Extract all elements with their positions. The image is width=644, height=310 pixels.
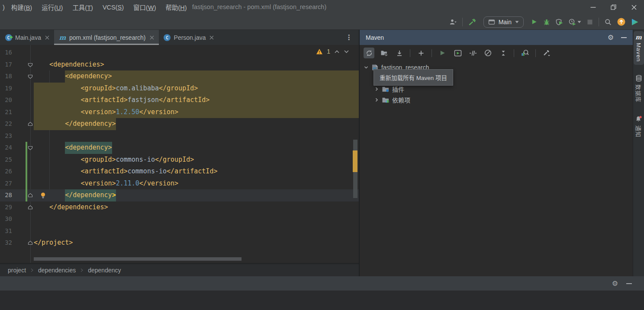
dependency-analyzer-icon[interactable]: [519, 48, 530, 58]
code-line-28[interactable]: 28 </dependency>: [0, 189, 359, 201]
execute-maven-goal-icon[interactable]: [452, 48, 463, 58]
breadcrumb-item-1[interactable]: dependencies: [38, 267, 76, 274]
generate-sources-folders-icon[interactable]: [379, 48, 390, 58]
run-configuration-select[interactable]: Main: [483, 16, 524, 28]
stop-button[interactable]: [587, 19, 593, 25]
inspection-widget[interactable]: 1: [316, 48, 349, 55]
menu-item-0[interactable]: 构建(B): [6, 3, 37, 12]
profiler-icon[interactable]: [569, 19, 581, 26]
fold-region-end-icon[interactable]: [27, 121, 33, 127]
tool-window-button-label: 数据库: [634, 84, 643, 102]
tool-window-button-2[interactable]: 通知: [634, 112, 644, 141]
chevron-right-icon[interactable]: [374, 86, 379, 92]
skip-tests-icon[interactable]: [467, 48, 478, 58]
fold-region-start-icon[interactable]: [27, 74, 33, 80]
gutter: 31: [0, 225, 34, 237]
download-sources-icon[interactable]: [394, 48, 405, 58]
code-line-25[interactable]: 25 <groupId>commons-io</groupId>: [0, 154, 359, 166]
reload-maven-projects-icon[interactable]: [364, 48, 374, 58]
vertical-scrollbar[interactable]: [353, 45, 358, 263]
collapse-all-icon[interactable]: [498, 48, 509, 58]
ide-update-icon[interactable]: [617, 18, 625, 26]
run-button[interactable]: [531, 19, 538, 25]
window-controls: [583, 0, 644, 14]
fold-region-end-icon[interactable]: [27, 205, 33, 211]
fold-region-start-icon[interactable]: [27, 145, 33, 151]
menu-item-5[interactable]: 帮助(H): [161, 3, 191, 12]
editor[interactable]: 1617 <dependencies>18 <dependency>19 <gr…: [0, 45, 359, 263]
intention-bulb-icon[interactable]: [40, 192, 46, 201]
menu-item-2[interactable]: 工具(T): [68, 3, 98, 12]
editor-tab-2[interactable]: CPerson.java: [159, 30, 219, 45]
user-profile-icon[interactable]: [449, 19, 457, 26]
code-line-16[interactable]: 16: [0, 47, 359, 59]
code-line-21[interactable]: 21 <version>1.2.50</version>: [0, 106, 359, 118]
tool-window-button-label: Maven: [635, 43, 642, 62]
maven-settings-wrench-icon[interactable]: [541, 48, 552, 58]
code-line-32[interactable]: 32</project>: [0, 237, 359, 249]
breadcrumbs: projectdependenciesdependency: [0, 263, 359, 276]
editor-tab-1[interactable]: mpom.xml (fastjson_research): [54, 30, 159, 45]
toolbar-separator: [410, 49, 410, 57]
runnable-class-icon: C: [5, 34, 12, 41]
editor-tab-0[interactable]: CMain.java: [0, 30, 54, 45]
fold-region-end-icon[interactable]: [27, 240, 33, 246]
line-number: 31: [0, 225, 12, 237]
hide-maven-panel-icon[interactable]: [621, 37, 627, 38]
tab-options-kebab-icon[interactable]: ⋮: [339, 30, 359, 45]
hide-bottom-panel-icon[interactable]: [626, 283, 632, 284]
code-line-31[interactable]: 31: [0, 225, 359, 237]
code-line-26[interactable]: 26 <artifactId>commons-io</artifactId>: [0, 166, 359, 178]
gutter: 20: [0, 94, 34, 106]
chevron-down-icon[interactable]: [364, 65, 369, 70]
close-tab-icon[interactable]: [45, 35, 49, 40]
bottom-panel-gear-icon[interactable]: ⚙: [612, 280, 618, 287]
horizontal-scrollbar-thumb[interactable]: [34, 257, 242, 261]
toggle-offline-mode-icon[interactable]: [483, 48, 493, 58]
tool-window-button-1[interactable]: 数据库: [634, 72, 644, 105]
build-hammer-icon[interactable]: [468, 18, 476, 26]
code-line-18[interactable]: 18 <dependency>: [0, 70, 359, 83]
next-warning-chevron-down-icon[interactable]: [344, 50, 349, 54]
add-maven-project-icon[interactable]: [415, 48, 426, 58]
line-number: 27: [0, 178, 12, 190]
code-line-17[interactable]: 17 <dependencies>: [0, 59, 359, 71]
code-text: [34, 225, 359, 237]
debug-button[interactable]: [543, 19, 550, 26]
fold-region-start-icon[interactable]: [27, 62, 33, 68]
close-tab-icon[interactable]: [209, 35, 214, 40]
gutter: 32: [0, 237, 34, 249]
chevron-right-icon[interactable]: [374, 97, 379, 102]
close-tab-icon[interactable]: [150, 35, 154, 40]
line-number: 30: [0, 213, 12, 225]
maven-settings-gear-icon[interactable]: ⚙: [608, 34, 614, 41]
run-with-coverage-icon[interactable]: [556, 19, 563, 26]
menu-item-3[interactable]: VCS(S): [98, 4, 129, 11]
minimize-window-icon[interactable]: [583, 0, 603, 14]
tool-window-button-0[interactable]: mMaven: [634, 31, 644, 65]
search-everywhere-icon[interactable]: [605, 19, 612, 26]
breadcrumb-item-2[interactable]: dependency: [88, 267, 121, 274]
close-window-icon[interactable]: [624, 0, 644, 14]
code-line-22[interactable]: 22 </dependency>: [0, 118, 359, 130]
code-line-19[interactable]: 19 <groupId>com.alibaba</groupId>: [0, 83, 359, 95]
prev-warning-chevron-up-icon[interactable]: [334, 50, 340, 54]
run-maven-goal-icon[interactable]: [437, 48, 448, 58]
code-line-23[interactable]: 23: [0, 130, 359, 142]
ide-logo-icon[interactable]: [631, 18, 639, 26]
menu-item-4[interactable]: 窗口(W): [129, 3, 161, 12]
breadcrumb-item-0[interactable]: project: [8, 267, 26, 274]
code-line-20[interactable]: 20 <artifactId>fastjson</artifactId>: [0, 94, 359, 106]
menu-item-1[interactable]: 运行(U): [37, 3, 68, 12]
vcs-change-marker: [26, 166, 27, 178]
code-line-27[interactable]: 27 <version>2.11.0</version>: [0, 178, 359, 190]
tree-node-label: 插件: [392, 85, 404, 93]
maven-tree-row-2[interactable]: 依赖项: [360, 94, 633, 105]
warning-stripe-marker[interactable]: [353, 150, 357, 172]
code-line-30[interactable]: 30: [0, 213, 359, 225]
titlebar: )构建(B)运行(U)工具(T)VCS(S)窗口(W)帮助(H) fastjso…: [0, 0, 644, 14]
code-line-29[interactable]: 29 </dependencies>: [0, 201, 359, 214]
restore-window-icon[interactable]: [603, 0, 624, 14]
code-line-24[interactable]: 24 <dependency>: [0, 142, 359, 154]
fold-region-end-icon[interactable]: [27, 192, 33, 198]
